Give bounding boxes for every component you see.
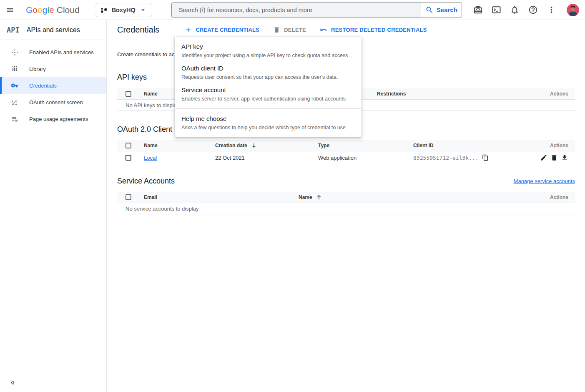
trash-icon	[273, 26, 280, 33]
sidebar-item-label: Page usage agreements	[29, 116, 88, 122]
create-credentials-label: CREATE CREDENTIALS	[196, 27, 259, 33]
gift-icon[interactable]	[473, 5, 483, 15]
client-name-link[interactable]: Local	[144, 155, 157, 161]
row-checkbox[interactable]	[126, 155, 131, 161]
create-credentials-menu: API key Identifies your project using a …	[175, 37, 362, 137]
service-accounts-table-header: Email Name Actions	[117, 192, 575, 203]
download-icon[interactable]	[561, 154, 568, 161]
menu-item-description: Identifies your project using a simple A…	[181, 52, 355, 59]
row-actions	[540, 154, 568, 161]
agreements-icon	[11, 116, 18, 123]
sidebar-item-label: OAuth consent screen	[29, 99, 83, 106]
delete-label: DELETE	[284, 27, 306, 33]
column-header-name: Name	[144, 143, 215, 148]
sort-ascending-icon	[316, 194, 322, 201]
table-row: Local 22 Oct 2021 Web application 832559…	[117, 151, 575, 164]
menu-item-service-account[interactable]: Service account Enables server-to-server…	[175, 83, 362, 105]
project-name: BoxyHQ	[112, 7, 136, 13]
search-input[interactable]	[172, 3, 421, 18]
column-header-name[interactable]: Name	[299, 194, 538, 201]
menu-item-description: Asks a few questions to help you decide …	[181, 124, 355, 131]
sidebar-item-label: Credentials	[29, 83, 57, 89]
chevron-down-icon	[139, 6, 147, 14]
cloud-shell-icon[interactable]	[492, 5, 501, 15]
sort-descending-icon	[251, 142, 257, 149]
logo-letter: o	[38, 5, 43, 15]
sidebar-item-library[interactable]: Library	[0, 60, 106, 77]
sidebar-item-enabled-apis[interactable]: Enabled APIs and services	[0, 44, 106, 60]
api-product-logo: API	[7, 26, 20, 34]
avatar[interactable]	[567, 4, 579, 16]
sidebar-item-label: Enabled APIs and services	[29, 49, 94, 55]
plus-icon	[185, 26, 192, 33]
logo-letter: G	[26, 5, 33, 15]
service-accounts-empty-row: No service accounts to display	[117, 203, 575, 214]
project-selector[interactable]: BoxyHQ	[95, 3, 152, 17]
column-header-actions: Actions	[550, 91, 568, 97]
collapse-sidebar-icon[interactable]	[9, 379, 16, 386]
logo-letter: e	[49, 5, 54, 15]
client-id-value: 83255951712-eil3k...	[413, 155, 479, 161]
manage-service-accounts-link[interactable]: Manage service accounts	[514, 178, 575, 184]
menu-icon[interactable]	[0, 0, 20, 20]
select-all-checkbox[interactable]	[126, 91, 131, 97]
column-header-restrictions: Restrictions	[377, 91, 535, 97]
type-cell: Web application	[318, 155, 413, 161]
menu-item-title: Help me choose	[181, 115, 355, 123]
service-accounts-section: Service Accounts Manage service accounts…	[117, 177, 575, 214]
key-icon	[11, 82, 18, 89]
topbar-icons	[473, 4, 579, 16]
logo-letter: o	[33, 5, 38, 15]
sidebar-nav: Enabled APIs and services Library Creden…	[0, 44, 106, 127]
copy-icon[interactable]	[482, 154, 489, 161]
delete-icon[interactable]	[550, 154, 558, 161]
consent-icon	[11, 99, 18, 106]
logo-letter: g	[43, 5, 48, 15]
notifications-icon[interactable]	[510, 5, 520, 15]
menu-item-description: Requests user consent so that your app c…	[181, 73, 355, 81]
project-icon	[100, 6, 108, 14]
library-icon	[11, 65, 18, 72]
search-button-label: Search	[437, 6, 457, 13]
logo-cloud-text: Cloud	[57, 5, 80, 15]
sidebar-header: API APIs and services	[0, 20, 106, 40]
more-vert-icon[interactable]	[547, 5, 556, 15]
oauth-table-header: Name Creation date Type Client ID Action…	[117, 140, 575, 151]
undo-icon	[320, 26, 327, 34]
search-bar: Search	[171, 2, 462, 18]
column-header-actions: Actions	[550, 194, 568, 200]
sidebar-item-label: Library	[29, 66, 46, 72]
column-header-email: Email	[144, 194, 299, 200]
create-credentials-button[interactable]: CREATE CREDENTIALS	[185, 26, 259, 33]
search-icon	[425, 6, 434, 14]
column-header-client-id: Client ID	[413, 143, 538, 148]
service-accounts-title: Service Accounts	[117, 177, 175, 186]
search-button[interactable]: Search	[421, 3, 462, 18]
menu-item-description: Enables server-to-server, app-level auth…	[181, 95, 355, 103]
column-header-type: Type	[318, 143, 413, 148]
creation-date-cell: 22 Oct 2021	[215, 155, 318, 161]
delete-button[interactable]: DELETE	[273, 26, 306, 33]
sidebar-item-credentials[interactable]: Credentials	[0, 77, 106, 94]
menu-item-title: Service account	[181, 86, 355, 94]
enabled-apis-icon	[11, 49, 18, 56]
menu-item-help-me-choose[interactable]: Help me choose Asks a few questions to h…	[175, 112, 362, 134]
column-header-creation-date[interactable]: Creation date	[215, 142, 318, 149]
menu-divider	[175, 108, 362, 109]
sidebar-title: APIs and services	[27, 26, 80, 34]
restore-label: RESTORE DELETED CREDENTIALS	[331, 27, 427, 33]
menu-item-api-key[interactable]: API key Identifies your project using a …	[175, 40, 362, 62]
select-all-checkbox[interactable]	[126, 194, 131, 200]
select-all-checkbox[interactable]	[126, 143, 131, 148]
restore-deleted-credentials-button[interactable]: RESTORE DELETED CREDENTIALS	[320, 26, 427, 34]
help-icon[interactable]	[528, 5, 538, 15]
edit-icon[interactable]	[540, 154, 547, 161]
page-title: Credentials	[117, 25, 159, 35]
google-cloud-logo[interactable]: Google Cloud	[26, 5, 80, 15]
sidebar-item-oauth-consent[interactable]: OAuth consent screen	[0, 94, 106, 111]
menu-item-title: OAuth client ID	[181, 64, 355, 73]
column-header-actions: Actions	[550, 143, 568, 148]
menu-item-oauth-client-id[interactable]: OAuth client ID Requests user consent so…	[175, 62, 362, 83]
menu-item-title: API key	[181, 43, 355, 51]
sidebar-item-page-usage[interactable]: Page usage agreements	[0, 111, 106, 127]
